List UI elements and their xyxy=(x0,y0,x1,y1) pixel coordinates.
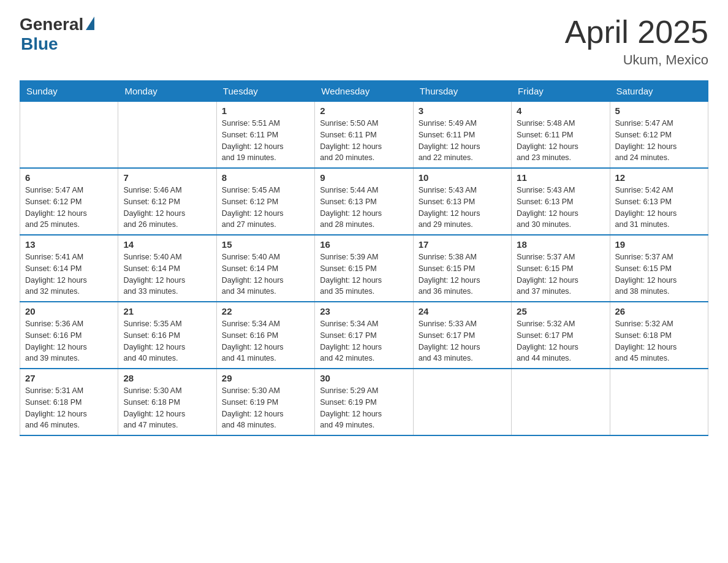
day-number: 12 xyxy=(615,172,703,183)
day-info-text: Daylight: 12 hours xyxy=(123,208,211,220)
day-info-text: Daylight: 12 hours xyxy=(517,342,604,353)
day-info-text: Sunrise: 5:34 AM xyxy=(222,318,309,330)
day-info-text: Sunset: 6:13 PM xyxy=(320,196,408,208)
calendar-cell xyxy=(610,369,708,435)
day-number: 21 xyxy=(123,306,211,316)
calendar-week-row: 13Sunrise: 5:41 AMSunset: 6:14 PMDayligh… xyxy=(20,235,708,302)
day-info-text: Daylight: 12 hours xyxy=(419,141,506,153)
weekday-header-tuesday: Tuesday xyxy=(216,81,314,102)
day-info-text: and 32 minutes. xyxy=(25,286,113,297)
day-info-text: Sunset: 6:16 PM xyxy=(222,330,309,342)
weekday-header-row: SundayMondayTuesdayWednesdayThursdayFrid… xyxy=(20,81,708,102)
calendar-cell: 24Sunrise: 5:33 AMSunset: 6:17 PMDayligh… xyxy=(413,302,511,369)
day-info-text: Daylight: 12 hours xyxy=(25,408,113,420)
weekday-header-friday: Friday xyxy=(512,81,610,102)
day-info-text: Sunset: 6:17 PM xyxy=(517,330,604,342)
day-info-text: Sunset: 6:15 PM xyxy=(320,263,408,275)
day-info-text: Sunset: 6:14 PM xyxy=(222,263,309,275)
calendar-week-row: 6Sunrise: 5:47 AMSunset: 6:12 PMDaylight… xyxy=(20,168,708,235)
day-info-text: and 20 minutes. xyxy=(320,152,408,164)
day-number: 3 xyxy=(419,105,506,116)
day-number: 23 xyxy=(320,306,408,316)
day-number: 20 xyxy=(25,306,113,316)
day-info-text: and 29 minutes. xyxy=(419,219,506,231)
day-info-text: Sunset: 6:13 PM xyxy=(615,196,703,208)
day-info-text: Sunset: 6:16 PM xyxy=(25,330,113,342)
day-info-text: Sunrise: 5:43 AM xyxy=(419,185,506,196)
logo-general-text: General xyxy=(20,15,83,34)
day-info-text: Sunset: 6:14 PM xyxy=(25,263,113,275)
day-info-text: Sunset: 6:17 PM xyxy=(320,330,408,342)
day-info-text: Sunset: 6:11 PM xyxy=(517,129,604,141)
day-info-text: Sunset: 6:11 PM xyxy=(222,129,309,141)
day-info-text: Sunrise: 5:37 AM xyxy=(615,251,703,263)
calendar-cell: 21Sunrise: 5:35 AMSunset: 6:16 PMDayligh… xyxy=(118,302,216,369)
day-info-text: Daylight: 12 hours xyxy=(615,342,703,353)
day-info-text: and 34 minutes. xyxy=(222,286,309,297)
day-number: 8 xyxy=(222,172,309,183)
day-info-text: Daylight: 12 hours xyxy=(25,208,113,220)
day-info-text: Sunset: 6:12 PM xyxy=(615,129,703,141)
calendar-cell: 4Sunrise: 5:48 AMSunset: 6:11 PMDaylight… xyxy=(512,102,610,169)
calendar-cell: 3Sunrise: 5:49 AMSunset: 6:11 PMDaylight… xyxy=(413,102,511,169)
day-info-text: Sunrise: 5:46 AM xyxy=(123,185,211,196)
calendar-cell: 14Sunrise: 5:40 AMSunset: 6:14 PMDayligh… xyxy=(118,235,216,302)
day-number: 26 xyxy=(615,306,703,316)
day-info-text: Sunset: 6:18 PM xyxy=(123,397,211,408)
day-info-text: Sunrise: 5:40 AM xyxy=(123,251,211,263)
calendar-cell: 15Sunrise: 5:40 AMSunset: 6:14 PMDayligh… xyxy=(216,235,314,302)
day-info-text: Daylight: 12 hours xyxy=(419,342,506,353)
day-info-text: Daylight: 12 hours xyxy=(615,275,703,286)
day-info-text: and 47 minutes. xyxy=(123,419,211,431)
day-info-text: Sunset: 6:12 PM xyxy=(25,196,113,208)
day-number: 2 xyxy=(320,105,408,116)
day-info-text: Sunset: 6:11 PM xyxy=(419,129,506,141)
calendar-cell: 9Sunrise: 5:44 AMSunset: 6:13 PMDaylight… xyxy=(315,168,413,235)
page-header: General Blue April 2025 Ukum, Mexico xyxy=(20,15,708,68)
calendar-cell: 11Sunrise: 5:43 AMSunset: 6:13 PMDayligh… xyxy=(512,168,610,235)
day-number: 18 xyxy=(517,239,604,250)
day-number: 1 xyxy=(222,105,309,116)
day-info-text: Sunset: 6:15 PM xyxy=(419,263,506,275)
calendar-cell: 27Sunrise: 5:31 AMSunset: 6:18 PMDayligh… xyxy=(20,369,118,435)
calendar-cell: 17Sunrise: 5:38 AMSunset: 6:15 PMDayligh… xyxy=(413,235,511,302)
day-info-text: Daylight: 12 hours xyxy=(320,275,408,286)
day-info-text: Sunrise: 5:51 AM xyxy=(222,118,309,129)
day-info-text: Sunset: 6:16 PM xyxy=(123,330,211,342)
logo: General Blue xyxy=(20,15,94,54)
day-info-text: Sunrise: 5:48 AM xyxy=(517,118,604,129)
calendar-week-row: 27Sunrise: 5:31 AMSunset: 6:18 PMDayligh… xyxy=(20,369,708,435)
logo-blue-text: Blue xyxy=(21,34,58,54)
day-info-text: Daylight: 12 hours xyxy=(222,141,309,153)
calendar-cell: 13Sunrise: 5:41 AMSunset: 6:14 PMDayligh… xyxy=(20,235,118,302)
weekday-header-saturday: Saturday xyxy=(610,81,708,102)
day-info-text: and 37 minutes. xyxy=(517,286,604,297)
calendar-week-row: 20Sunrise: 5:36 AMSunset: 6:16 PMDayligh… xyxy=(20,302,708,369)
day-info-text: and 30 minutes. xyxy=(517,219,604,231)
day-number: 9 xyxy=(320,172,408,183)
calendar-cell: 7Sunrise: 5:46 AMSunset: 6:12 PMDaylight… xyxy=(118,168,216,235)
calendar-cell: 10Sunrise: 5:43 AMSunset: 6:13 PMDayligh… xyxy=(413,168,511,235)
day-info-text: and 27 minutes. xyxy=(222,219,309,231)
day-info-text: and 26 minutes. xyxy=(123,219,211,231)
day-info-text: Sunrise: 5:49 AM xyxy=(419,118,506,129)
calendar-cell xyxy=(20,102,118,169)
calendar-cell: 29Sunrise: 5:30 AMSunset: 6:19 PMDayligh… xyxy=(216,369,314,435)
day-info-text: Sunset: 6:18 PM xyxy=(25,397,113,408)
day-info-text: and 28 minutes. xyxy=(320,219,408,231)
day-info-text: Sunrise: 5:45 AM xyxy=(222,185,309,196)
day-info-text: Sunrise: 5:47 AM xyxy=(615,118,703,129)
day-info-text: and 40 minutes. xyxy=(123,353,211,364)
day-info-text: Sunrise: 5:32 AM xyxy=(615,318,703,330)
logo-triangle-icon xyxy=(86,17,94,30)
day-info-text: and 23 minutes. xyxy=(517,152,604,164)
day-number: 6 xyxy=(25,172,113,183)
day-info-text: Daylight: 12 hours xyxy=(222,408,309,420)
day-info-text: and 48 minutes. xyxy=(222,419,309,431)
calendar-title: April 2025 xyxy=(565,15,708,50)
day-info-text: Daylight: 12 hours xyxy=(123,408,211,420)
day-info-text: Daylight: 12 hours xyxy=(222,342,309,353)
day-info-text: Sunrise: 5:39 AM xyxy=(320,251,408,263)
day-info-text: Sunset: 6:15 PM xyxy=(615,263,703,275)
day-info-text: Sunrise: 5:41 AM xyxy=(25,251,113,263)
